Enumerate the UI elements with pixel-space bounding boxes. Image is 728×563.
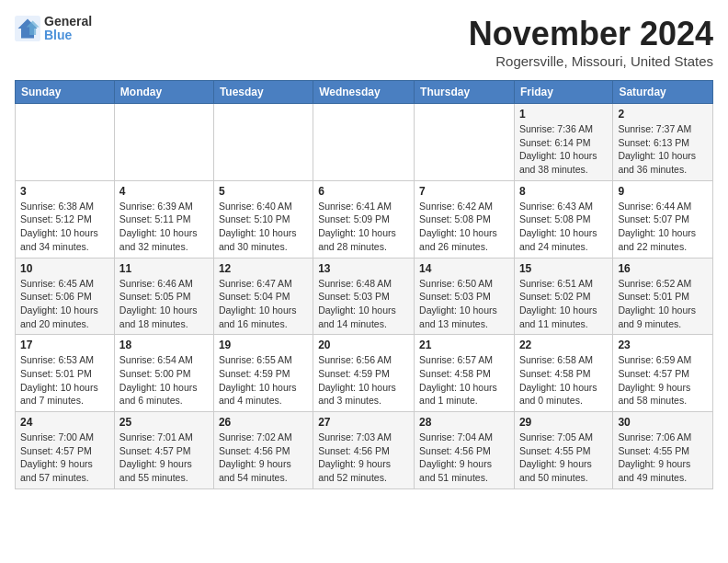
logo-text: General Blue xyxy=(44,15,92,43)
day-number: 12 xyxy=(219,262,308,275)
cell-content: 11Sunrise: 6:46 AM Sunset: 5:05 PM Dayli… xyxy=(119,262,209,331)
week-row-2: 10Sunrise: 6:45 AM Sunset: 5:06 PM Dayli… xyxy=(16,258,713,335)
calendar-cell: 1Sunrise: 7:36 AM Sunset: 6:14 PM Daylig… xyxy=(514,104,612,181)
calendar-cell: 11Sunrise: 6:46 AM Sunset: 5:05 PM Dayli… xyxy=(114,258,213,335)
day-number: 22 xyxy=(519,339,608,351)
calendar-body: 1Sunrise: 7:36 AM Sunset: 6:14 PM Daylig… xyxy=(16,104,713,489)
cell-content: 5Sunrise: 6:40 AM Sunset: 5:10 PM Daylig… xyxy=(219,185,308,254)
day-number: 7 xyxy=(419,185,509,198)
calendar-cell: 26Sunrise: 7:02 AM Sunset: 4:56 PM Dayli… xyxy=(213,412,313,489)
cell-content: 17Sunrise: 6:53 AM Sunset: 5:01 PM Dayli… xyxy=(20,339,109,408)
day-number: 21 xyxy=(419,339,509,351)
cell-content: 10Sunrise: 6:45 AM Sunset: 5:06 PM Dayli… xyxy=(20,262,109,331)
cell-content: 16Sunrise: 6:52 AM Sunset: 5:01 PM Dayli… xyxy=(618,262,708,331)
page-header: General Blue November 2024 Rogersville, … xyxy=(15,15,713,69)
day-number: 25 xyxy=(119,416,209,429)
logo: General Blue xyxy=(15,15,92,43)
calendar-cell: 8Sunrise: 6:43 AM Sunset: 5:08 PM Daylig… xyxy=(514,180,612,258)
cell-content: 28Sunrise: 7:04 AM Sunset: 4:56 PM Dayli… xyxy=(419,416,509,485)
cell-content: 15Sunrise: 6:51 AM Sunset: 5:02 PM Dayli… xyxy=(519,262,608,331)
calendar-cell: 28Sunrise: 7:04 AM Sunset: 4:56 PM Dayli… xyxy=(415,412,515,489)
day-info: Sunrise: 6:42 AM Sunset: 5:08 PM Dayligh… xyxy=(419,200,509,254)
day-info: Sunrise: 6:52 AM Sunset: 5:01 PM Dayligh… xyxy=(618,277,708,331)
day-info: Sunrise: 7:37 AM Sunset: 6:13 PM Dayligh… xyxy=(618,122,708,177)
day-info: Sunrise: 6:50 AM Sunset: 5:03 PM Dayligh… xyxy=(419,277,509,331)
calendar-cell: 17Sunrise: 6:53 AM Sunset: 5:01 PM Dayli… xyxy=(16,335,115,412)
calendar-cell: 18Sunrise: 6:54 AM Sunset: 5:00 PM Dayli… xyxy=(114,335,213,412)
day-number: 5 xyxy=(219,185,308,198)
cell-content: 25Sunrise: 7:01 AM Sunset: 4:57 PM Dayli… xyxy=(119,416,209,485)
day-number: 19 xyxy=(219,339,308,351)
day-info: Sunrise: 6:44 AM Sunset: 5:07 PM Dayligh… xyxy=(618,200,708,254)
header-thursday: Thursday xyxy=(415,81,515,104)
logo-general: General xyxy=(44,15,92,29)
header-wednesday: Wednesday xyxy=(313,81,415,104)
day-info: Sunrise: 6:41 AM Sunset: 5:09 PM Dayligh… xyxy=(318,200,409,254)
cell-content: 29Sunrise: 7:05 AM Sunset: 4:55 PM Dayli… xyxy=(519,416,608,485)
day-number: 28 xyxy=(419,416,509,429)
calendar-cell xyxy=(114,104,213,181)
cell-content: 2Sunrise: 7:37 AM Sunset: 6:13 PM Daylig… xyxy=(618,108,708,177)
day-info: Sunrise: 6:48 AM Sunset: 5:03 PM Dayligh… xyxy=(318,277,409,331)
cell-content: 7Sunrise: 6:42 AM Sunset: 5:08 PM Daylig… xyxy=(419,185,509,254)
cell-content: 24Sunrise: 7:00 AM Sunset: 4:57 PM Dayli… xyxy=(20,416,109,485)
calendar-cell: 6Sunrise: 6:41 AM Sunset: 5:09 PM Daylig… xyxy=(313,180,415,258)
calendar-cell xyxy=(16,104,115,181)
day-info: Sunrise: 7:03 AM Sunset: 4:56 PM Dayligh… xyxy=(318,431,409,485)
day-info: Sunrise: 6:45 AM Sunset: 5:06 PM Dayligh… xyxy=(20,277,109,331)
cell-content: 19Sunrise: 6:55 AM Sunset: 4:59 PM Dayli… xyxy=(219,339,308,408)
calendar-cell: 30Sunrise: 7:06 AM Sunset: 4:55 PM Dayli… xyxy=(613,412,713,489)
day-number: 13 xyxy=(318,262,409,275)
day-number: 17 xyxy=(20,339,109,351)
calendar-cell: 21Sunrise: 6:57 AM Sunset: 4:58 PM Dayli… xyxy=(415,335,515,412)
cell-content: 30Sunrise: 7:06 AM Sunset: 4:55 PM Dayli… xyxy=(618,416,708,485)
cell-content: 27Sunrise: 7:03 AM Sunset: 4:56 PM Dayli… xyxy=(318,416,409,485)
day-number: 2 xyxy=(618,108,708,121)
cell-content: 18Sunrise: 6:54 AM Sunset: 5:00 PM Dayli… xyxy=(119,339,209,408)
day-info: Sunrise: 6:58 AM Sunset: 4:58 PM Dayligh… xyxy=(519,353,608,408)
day-number: 20 xyxy=(318,339,409,351)
header-monday: Monday xyxy=(114,81,213,104)
cell-content: 20Sunrise: 6:56 AM Sunset: 4:59 PM Dayli… xyxy=(318,339,409,408)
day-info: Sunrise: 6:43 AM Sunset: 5:08 PM Dayligh… xyxy=(519,200,608,254)
calendar-cell: 24Sunrise: 7:00 AM Sunset: 4:57 PM Dayli… xyxy=(16,412,115,489)
day-number: 26 xyxy=(219,416,308,429)
calendar-cell: 12Sunrise: 6:47 AM Sunset: 5:04 PM Dayli… xyxy=(213,258,313,335)
calendar-cell: 5Sunrise: 6:40 AM Sunset: 5:10 PM Daylig… xyxy=(213,180,313,258)
day-info: Sunrise: 6:53 AM Sunset: 5:01 PM Dayligh… xyxy=(20,353,109,408)
day-number: 4 xyxy=(119,185,209,198)
location-title: Rogersville, Missouri, United States xyxy=(469,53,713,69)
cell-content: 9Sunrise: 6:44 AM Sunset: 5:07 PM Daylig… xyxy=(618,185,708,254)
calendar-cell: 25Sunrise: 7:01 AM Sunset: 4:57 PM Dayli… xyxy=(114,412,213,489)
day-number: 14 xyxy=(419,262,509,275)
week-row-3: 17Sunrise: 6:53 AM Sunset: 5:01 PM Dayli… xyxy=(16,335,713,412)
cell-content: 14Sunrise: 6:50 AM Sunset: 5:03 PM Dayli… xyxy=(419,262,509,331)
cell-content: 8Sunrise: 6:43 AM Sunset: 5:08 PM Daylig… xyxy=(519,185,608,254)
week-row-4: 24Sunrise: 7:00 AM Sunset: 4:57 PM Dayli… xyxy=(16,412,713,489)
day-number: 16 xyxy=(618,262,708,275)
cell-content: 4Sunrise: 6:39 AM Sunset: 5:11 PM Daylig… xyxy=(119,185,209,254)
week-row-1: 3Sunrise: 6:38 AM Sunset: 5:12 PM Daylig… xyxy=(16,180,713,258)
month-title: November 2024 xyxy=(469,15,713,53)
calendar-cell: 19Sunrise: 6:55 AM Sunset: 4:59 PM Dayli… xyxy=(213,335,313,412)
calendar-cell: 27Sunrise: 7:03 AM Sunset: 4:56 PM Dayli… xyxy=(313,412,415,489)
calendar-cell: 9Sunrise: 6:44 AM Sunset: 5:07 PM Daylig… xyxy=(613,180,713,258)
calendar-table: SundayMondayTuesdayWednesdayThursdayFrid… xyxy=(15,80,713,489)
header-sunday: Sunday xyxy=(16,81,115,104)
calendar-cell: 13Sunrise: 6:48 AM Sunset: 5:03 PM Dayli… xyxy=(313,258,415,335)
logo-icon xyxy=(15,16,40,41)
day-info: Sunrise: 6:54 AM Sunset: 5:00 PM Dayligh… xyxy=(119,353,209,408)
day-info: Sunrise: 6:47 AM Sunset: 5:04 PM Dayligh… xyxy=(219,277,308,331)
day-info: Sunrise: 6:39 AM Sunset: 5:11 PM Dayligh… xyxy=(119,200,209,254)
calendar-cell: 2Sunrise: 7:37 AM Sunset: 6:13 PM Daylig… xyxy=(613,104,713,181)
day-number: 1 xyxy=(519,108,608,121)
calendar-cell: 15Sunrise: 6:51 AM Sunset: 5:02 PM Dayli… xyxy=(514,258,612,335)
calendar-header: SundayMondayTuesdayWednesdayThursdayFrid… xyxy=(16,81,713,104)
cell-content: 3Sunrise: 6:38 AM Sunset: 5:12 PM Daylig… xyxy=(20,185,109,254)
day-number: 8 xyxy=(519,185,608,198)
title-block: November 2024 Rogersville, Missouri, Uni… xyxy=(469,15,713,69)
day-number: 9 xyxy=(618,185,708,198)
calendar-cell: 23Sunrise: 6:59 AM Sunset: 4:57 PM Dayli… xyxy=(613,335,713,412)
calendar-cell: 4Sunrise: 6:39 AM Sunset: 5:11 PM Daylig… xyxy=(114,180,213,258)
day-info: Sunrise: 6:46 AM Sunset: 5:05 PM Dayligh… xyxy=(119,277,209,331)
